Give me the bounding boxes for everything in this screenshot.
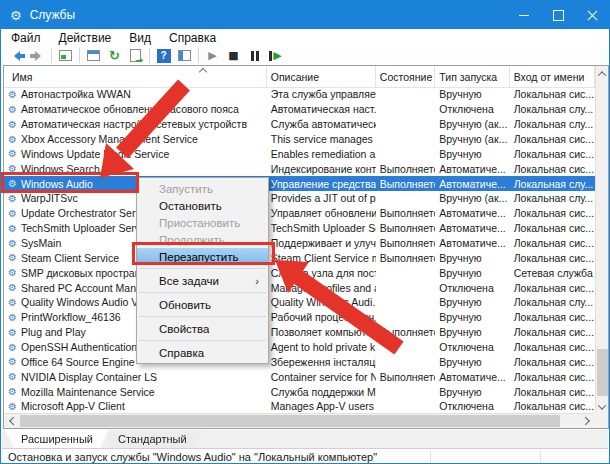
status-separator: [540, 451, 541, 463]
table-row[interactable]: ⚙Автоматическое обновление часового пояс…: [4, 102, 595, 117]
service-gear-icon: ⚙: [8, 386, 21, 397]
console-tree-icon: [178, 50, 191, 61]
table-row[interactable]: ⚙Xbox Accessory Management ServiceThis s…: [4, 132, 595, 147]
table-row[interactable]: ⚙Автоматическая настройка сетевых устрой…: [4, 117, 595, 132]
context-menu-item-свойства[interactable]: Свойства: [137, 320, 268, 337]
horizontal-scrollbar[interactable]: [4, 413, 594, 428]
menubar-item-справка[interactable]: Справка: [160, 29, 225, 46]
column-header-name[interactable]: Имя: [4, 66, 267, 87]
scroll-left-button[interactable]: [4, 414, 19, 428]
toolbar-separator: [79, 48, 80, 63]
table-cell: [376, 295, 436, 310]
service-status: Выполняется: [380, 371, 436, 383]
column-header-logon[interactable]: Вход от имени: [510, 66, 595, 87]
table-row[interactable]: ⚙Quality Windows Audio Video ExperienceQ…: [4, 295, 595, 310]
toolbar-button-refresh[interactable]: ↻: [104, 47, 125, 64]
menubar-item-вид[interactable]: Вид: [120, 29, 160, 46]
context-menu-item-запустить[interactable]: Запустить: [137, 180, 268, 197]
close-button[interactable]: [575, 1, 609, 29]
toolbar-button-export-list[interactable]: [125, 47, 146, 64]
service-status: Выполняется: [380, 207, 436, 219]
table-row[interactable]: ⚙TechSmith Uploader ServiceTechSmith Upl…: [4, 221, 595, 236]
table-row[interactable]: ⚙Windows Update Medic ServiceEnables rem…: [4, 146, 595, 161]
table-cell: Вручную: [435, 384, 509, 399]
minimize-button[interactable]: [507, 1, 541, 29]
menubar-item-действие[interactable]: Действие: [50, 29, 121, 46]
context-menu-item-приостановить[interactable]: Приостановить: [137, 214, 268, 231]
table-row[interactable]: ⚙OpenSSH Authentication AgentAgent to ho…: [4, 340, 595, 355]
toolbar-button-back[interactable]: [6, 47, 27, 64]
toolbar-button-pause-service[interactable]: [244, 47, 265, 64]
service-name: Steam Client Service: [21, 252, 119, 264]
table-cell: [376, 117, 436, 132]
context-menu-item-справка[interactable]: Справка: [137, 344, 268, 361]
table-row[interactable]: ⚙Office 64 Source EngineЗбереження інста…: [4, 354, 595, 369]
menubar-item-файл[interactable]: Файл: [2, 29, 50, 46]
context-menu-item-перезапустить[interactable]: Перезапустить: [137, 248, 268, 265]
table-row[interactable]: ⚙WarpJITSvcProvides a JIT out of pr...Вр…: [4, 191, 595, 206]
toolbar: ↻?▶■▶: [2, 46, 608, 65]
table-cell: ⚙Microsoft App-V Client: [4, 399, 267, 414]
table-cell: Локальная сис...: [510, 206, 595, 221]
table-cell: TechSmith Uploader Se...: [267, 221, 376, 236]
toolbar-button-forward[interactable]: [27, 47, 48, 64]
table-row[interactable]: ⚙Steam Client ServiceSteam Client Servic…: [4, 250, 595, 265]
context-menu-item-обновить[interactable]: Обновить: [137, 296, 268, 313]
table-row[interactable]: ⚙SMP дисковых пространствСлужба узла для…: [4, 265, 595, 280]
table-row[interactable]: ⚙Update Orchestrator ServiceУправляет об…: [4, 206, 595, 221]
scroll-right-button[interactable]: [579, 414, 594, 428]
maximize-button[interactable]: [541, 1, 575, 29]
scroll-up-button[interactable]: [596, 66, 608, 81]
service-status: Выполняется: [380, 237, 436, 249]
status-text: Остановка и запуск службы "Windows Audio…: [2, 451, 377, 463]
toolbar-button-help[interactable]: ?: [153, 47, 174, 64]
table-row[interactable]: ⚙Автонастройка WWANЭта служба управляет.…: [4, 87, 595, 102]
table-row[interactable]: ⚙SysMainПоддерживает и улуч...Выполняетс…: [4, 236, 595, 251]
service-startup-type: Вручную (ак...: [439, 192, 507, 204]
service-description: Steam Client Service m...: [271, 252, 376, 264]
table-row[interactable]: ⚙PrintWorkflow_46136Рабочий процесс печ.…: [4, 310, 595, 325]
service-gear-icon: ⚙: [8, 89, 21, 100]
toolbar-button-window-dialog[interactable]: [83, 47, 104, 64]
context-menu-item-label: Продолжить: [159, 234, 225, 246]
table-cell: Enables remediation a...: [267, 146, 376, 161]
tab-расширенный[interactable]: Расширенный: [5, 430, 109, 448]
column-header-desc[interactable]: Описание: [267, 66, 376, 87]
service-logon: Локальная сис...: [514, 282, 594, 294]
table-cell: [376, 280, 436, 295]
vertical-scrollbar[interactable]: [595, 66, 608, 414]
service-description: Служба автоматическ...: [271, 118, 376, 130]
stop-service-icon: ■: [228, 49, 238, 62]
horizontal-scroll-thumb[interactable]: [20, 415, 560, 427]
tab-стандартный[interactable]: Стандартный: [102, 430, 203, 448]
service-description: Manages profiles and a...: [271, 282, 376, 294]
scroll-down-button[interactable]: [596, 399, 608, 414]
table-row[interactable]: ⚙Mozilla Maintenance ServiceСлужба подде…: [4, 384, 595, 399]
context-menu-item-все-задачи[interactable]: Все задачи›: [137, 272, 268, 289]
service-name: Mozilla Maintenance Service: [21, 386, 155, 398]
service-gear-icon: ⚙: [8, 223, 21, 234]
context-menu-item-остановить[interactable]: Остановить: [137, 197, 268, 214]
table-row[interactable]: ⚙Windows AudioУправление средства...Выпо…: [4, 176, 595, 191]
toolbar-button-restart-service[interactable]: ▶: [265, 47, 286, 64]
context-menu-item-продолжить[interactable]: Продолжить: [137, 231, 268, 248]
toolbar-button-start-service[interactable]: ▶: [202, 47, 223, 64]
toolbar-button-stop-service[interactable]: ■: [223, 47, 244, 64]
table-row[interactable]: ⚙NVIDIA Display Container LSContainer se…: [4, 369, 595, 384]
table-row[interactable]: ⚙Windows SearchИндексирование конт...Вып…: [4, 161, 595, 176]
service-startup-type: Вручную (ак...: [439, 133, 507, 145]
toolbar-button-console-tree[interactable]: [174, 47, 195, 64]
table-row[interactable]: ⚙Microsoft App-V ClientManages App-V use…: [4, 399, 595, 414]
help-icon: ?: [157, 49, 171, 63]
table-row[interactable]: ⚙Shared PC Account ManagerManages profil…: [4, 280, 595, 295]
table-cell: Эта служба управляет...: [267, 87, 376, 102]
service-description: Служба узла для пост...: [271, 267, 376, 279]
table-cell: Управляет обновлени...: [267, 206, 376, 221]
column-header-status[interactable]: Состояние: [376, 66, 436, 87]
context-menu: ЗапуститьОстановитьПриостановитьПродолжи…: [136, 177, 269, 364]
service-name: NVIDIA Display Container LS: [21, 371, 157, 383]
toolbar-button-console-window[interactable]: [55, 47, 76, 64]
table-row[interactable]: ⚙Plug and PlayПозволяет компьюте...Выпол…: [4, 325, 595, 340]
vertical-scroll-thumb[interactable]: [597, 349, 608, 396]
column-header-startup[interactable]: Тип запуска: [435, 66, 509, 87]
